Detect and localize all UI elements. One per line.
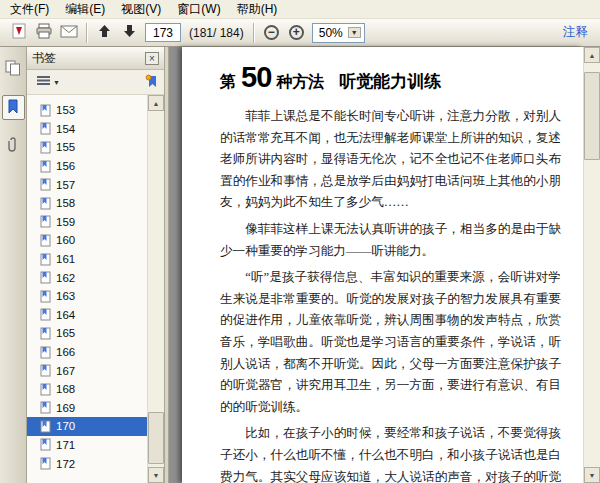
bookmark-item[interactable]: 155 [27, 138, 147, 157]
panel-title: 书签 [32, 50, 145, 67]
envelope-icon [60, 25, 78, 41]
pages-icon [5, 60, 21, 79]
paragraph: 像菲菲这样上课无法认真听讲的孩子，相当多的是由于缺少一种重要的学习能力——听讲能… [220, 219, 561, 262]
bookmark-options-button[interactable]: ▼ [33, 72, 64, 92]
menu-item[interactable]: 视图(V) [113, 0, 169, 20]
bookmark-item[interactable]: 158 [27, 194, 147, 213]
zoom-in-icon: + [289, 25, 304, 40]
printer-icon [35, 23, 53, 42]
paragraph: 菲菲上课总是不能长时间专心听讲，注意力分散，对别人的话常常充耳不闻，也无法理解老… [220, 106, 561, 214]
menu-item[interactable]: 帮助(H) [229, 0, 286, 20]
scrollbar-thumb[interactable] [148, 412, 164, 464]
bookmark-page-icon [40, 290, 51, 303]
scroll-down-button[interactable]: ▼ [584, 467, 600, 483]
zoom-out-button[interactable]: − [259, 21, 284, 45]
chapter-heading: 第 50 种方法 听觉能力训练 [220, 61, 561, 94]
bookmark-item[interactable]: 164 [27, 306, 147, 325]
next-page-button[interactable] [117, 21, 142, 45]
bookmark-page-icon [40, 178, 51, 191]
chevron-down-icon: ▼ [53, 79, 60, 86]
bookmark-label: 166 [56, 346, 75, 358]
bookmark-item[interactable]: 170 [27, 417, 147, 436]
main-area: 书签 × ▼ 153 [0, 47, 600, 483]
bookmark-item[interactable]: 169 [27, 399, 147, 418]
bookmark-label: 156 [56, 160, 75, 172]
open-file-button[interactable] [6, 21, 31, 45]
paragraph: “听”是孩子获得信息、丰富知识的重要来源，会听讲对学生来说是非常重要的。听觉的发… [220, 267, 561, 418]
bookmark-ribbon-icon [7, 99, 19, 117]
bookmark-page-icon [40, 141, 51, 154]
bookmark-page-icon [40, 383, 51, 396]
bookmark-item[interactable]: 154 [27, 120, 147, 139]
menu-bar: 文件(F)编辑(E)视图(V)窗口(W)帮助(H) [0, 0, 600, 19]
bookmark-item[interactable]: 159 [27, 213, 147, 232]
comments-pane-button[interactable]: 注释 [563, 24, 588, 41]
scrollbar-track[interactable] [148, 111, 164, 467]
bookmark-page-icon [40, 197, 51, 210]
bookmark-page-icon [40, 346, 51, 359]
bookmark-item[interactable]: 165 [27, 324, 147, 343]
scroll-up-button[interactable]: ▲ [148, 95, 164, 111]
scrollbar-thumb[interactable] [584, 72, 600, 160]
bookmark-item[interactable]: 153 [27, 101, 147, 120]
arrow-down-icon [123, 24, 136, 41]
heading-suffix: 种方法 [276, 72, 324, 93]
bookmark-item[interactable]: 166 [27, 343, 147, 362]
toolbar: (181/ 184) − + 50% ▼ 注释 [0, 19, 600, 47]
scroll-up-button[interactable]: ▲ [584, 47, 600, 63]
bookmark-label: 172 [56, 458, 75, 470]
bookmarks-panel: 书签 × ▼ 153 [27, 47, 165, 483]
page-number-input[interactable] [145, 23, 181, 42]
bookmark-page-icon [40, 271, 51, 284]
bookmark-page-icon [40, 327, 51, 340]
bookmark-label: 168 [56, 383, 75, 395]
bookmark-label: 167 [56, 365, 75, 377]
bookmark-page-icon [40, 160, 51, 173]
bookmark-item[interactable]: 167 [27, 361, 147, 380]
bookmark-item[interactable]: 156 [27, 157, 147, 176]
bookmark-item[interactable]: 172 [27, 454, 147, 473]
attachments-button[interactable] [2, 133, 25, 158]
bookmark-page-icon [40, 364, 51, 377]
arrow-up-icon [98, 24, 111, 41]
pdf-reader-window: 文件(F)编辑(E)视图(V)窗口(W)帮助(H) (181/ 184) − +… [0, 0, 600, 483]
scroll-down-button[interactable]: ▼ [148, 467, 164, 483]
document-scrollbar[interactable]: ▲ ▼ [583, 47, 600, 483]
chevron-down-icon: ▼ [348, 27, 361, 38]
bookmark-label: 159 [56, 216, 75, 228]
previous-page-button[interactable] [92, 21, 117, 45]
menu-item[interactable]: 编辑(E) [57, 0, 113, 20]
bookmark-item[interactable]: 171 [27, 436, 147, 455]
zoom-level-select[interactable]: 50% ▼ [312, 23, 365, 43]
print-button[interactable] [31, 21, 56, 45]
zoom-out-icon: − [264, 25, 279, 40]
bookmarks-list: 153 154 155 [27, 95, 147, 483]
menu-item[interactable]: 窗口(W) [169, 0, 228, 20]
zoom-in-button[interactable]: + [284, 21, 309, 45]
close-panel-button[interactable]: × [145, 52, 159, 65]
bookmark-page-icon [40, 438, 51, 451]
bookmark-label: 158 [56, 197, 75, 209]
bookmark-label: 162 [56, 272, 75, 284]
bookmark-label: 170 [56, 420, 75, 432]
bookmarks-scrollbar[interactable]: ▲ ▼ [147, 95, 164, 483]
page-thumbnails-button[interactable] [2, 57, 25, 82]
bookmark-item[interactable]: 168 [27, 380, 147, 399]
bookmark-item[interactable]: 157 [27, 175, 147, 194]
email-button[interactable] [56, 21, 81, 45]
bookmark-page-icon [40, 104, 51, 117]
bookmarks-toolbar: ▼ [27, 70, 164, 95]
bookmark-label: 160 [56, 234, 75, 246]
scrollbar-track[interactable] [584, 63, 600, 467]
bookmark-page-icon [40, 253, 51, 266]
paragraph: 比如，在孩子小的时候，要经常和孩子说话，不要觉得孩子还小，什么也听不懂，什么也不… [220, 423, 561, 483]
bookmark-item[interactable]: 163 [27, 287, 147, 306]
menu-item[interactable]: 文件(F) [2, 0, 57, 20]
bookmarks-list-container: 153 154 155 [27, 95, 164, 483]
navigation-pane-strip [0, 47, 27, 483]
bookmark-item[interactable]: 162 [27, 268, 147, 287]
bookmark-item[interactable]: 160 [27, 231, 147, 250]
bookmark-item[interactable]: 161 [27, 250, 147, 269]
bookmarks-panel-button[interactable] [2, 95, 25, 120]
expand-current-bookmark-button[interactable] [145, 74, 158, 91]
